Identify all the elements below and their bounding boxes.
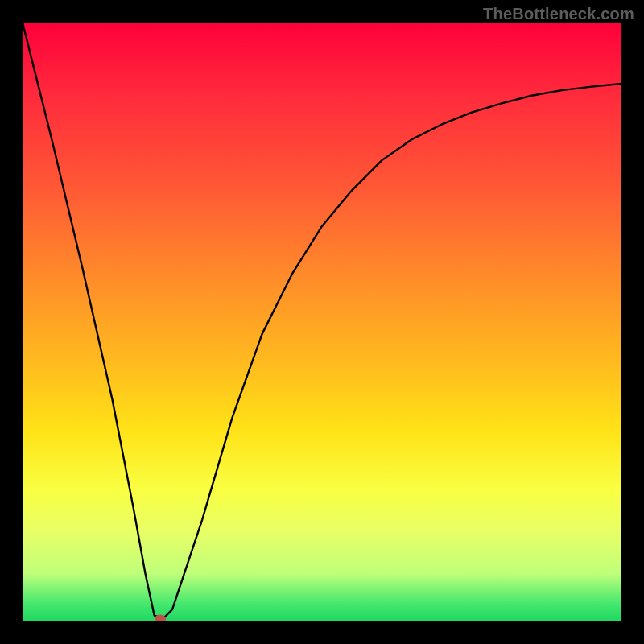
chart-frame: TheBottleneck.com bbox=[0, 0, 644, 644]
watermark-text: TheBottleneck.com bbox=[483, 5, 634, 23]
curve-path bbox=[23, 23, 621, 618]
bottleneck-curve bbox=[23, 23, 621, 621]
plot-area bbox=[23, 23, 621, 621]
optimal-point-marker bbox=[155, 615, 166, 621]
